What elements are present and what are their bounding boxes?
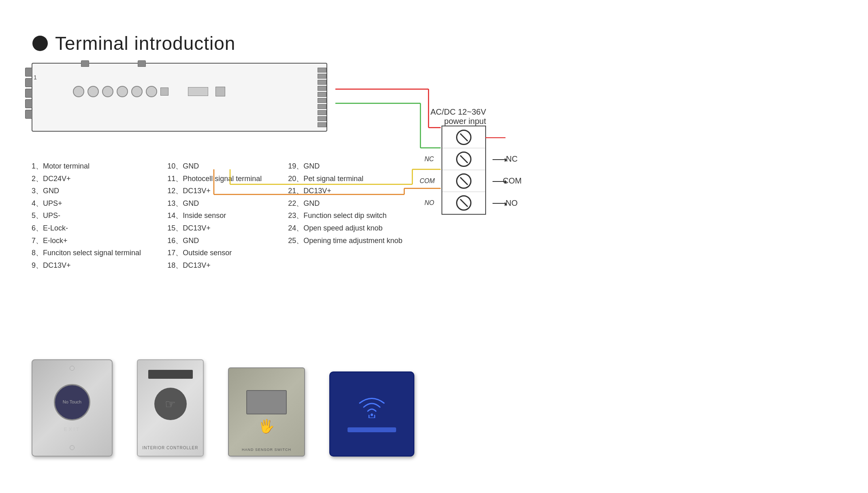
sensor-screen xyxy=(246,390,287,414)
power-supply-block: AC/DC 12~36V power input NC NC xyxy=(441,126,486,215)
interior-controller-device: ☞ INTERIOR CONTROLLER xyxy=(137,359,204,457)
no-line xyxy=(493,203,505,204)
term-8: 8、Funciton select signal terminal xyxy=(32,247,141,259)
no-left-label: NO xyxy=(424,199,434,207)
term-16: 16、GND xyxy=(167,235,262,247)
interior-controller-label: INTERIOR CONTROLLER xyxy=(143,446,198,450)
no-touch-label: No Touch xyxy=(63,399,81,405)
page: Terminal introduction xyxy=(0,0,868,493)
terminal-symbol-4 xyxy=(456,195,471,211)
button-circle[interactable]: No Touch xyxy=(54,384,90,420)
term-15: 15、DC13V+ xyxy=(167,222,262,235)
terminal-symbol-2 xyxy=(456,152,471,167)
page-title: Terminal introduction xyxy=(55,32,235,54)
wiring-diagram xyxy=(32,65,477,219)
top-screw xyxy=(70,366,75,371)
terminal-row-1 xyxy=(442,126,485,148)
term-7: 7、E-lock+ xyxy=(32,235,141,247)
nc-label: NC xyxy=(506,154,518,164)
term-18: 18、DC13V+ xyxy=(167,259,262,272)
exit-label: EXIT xyxy=(64,426,81,432)
no-label: NO xyxy=(505,198,518,208)
rf-card-reader-device xyxy=(329,371,414,457)
title-bullet-icon xyxy=(32,36,48,51)
no-arrow xyxy=(505,202,507,206)
com-arrow xyxy=(505,180,507,184)
acdc-label: AC/DC 12~36V power input xyxy=(431,107,486,126)
svg-point-14 xyxy=(371,414,373,416)
title-section: Terminal introduction xyxy=(32,32,235,54)
devices-row: No Touch EXIT ☞ INTERIOR CONTROLLER 🖐 HA… xyxy=(32,359,414,457)
reader-circle: ☞ xyxy=(154,388,187,420)
com-left-label: COM xyxy=(420,177,435,185)
term-25: 25、Opening time adjustment knob xyxy=(288,235,402,247)
terminal-row-4: NO NO xyxy=(442,192,485,214)
nc-arrow xyxy=(505,158,507,162)
red-wire-conn-1 xyxy=(485,137,505,138)
terminal-block: NC NC COM COM NO NO xyxy=(441,126,486,215)
rf-waves-icon xyxy=(358,396,386,422)
nc-line xyxy=(493,159,505,160)
terminal-symbol-3 xyxy=(456,173,471,189)
acdc-voltage: AC/DC 12~36V xyxy=(431,107,486,116)
terminal-row-2: NC NC xyxy=(442,148,485,170)
term-6: 6、E-Lock- xyxy=(32,222,141,235)
terminal-row-3: COM COM xyxy=(442,170,485,192)
rf-bar xyxy=(348,427,396,432)
acdc-type: power input xyxy=(444,117,486,126)
com-line xyxy=(493,181,505,182)
term-24: 24、Open speed adjust knob xyxy=(288,222,402,235)
terminal-symbol-1 xyxy=(456,130,471,145)
card-slot xyxy=(148,370,193,379)
no-touch-exit-device: No Touch EXIT xyxy=(32,359,113,457)
hand-icon: 🖐 xyxy=(258,418,275,434)
term-17: 17、Outside sensor xyxy=(167,247,262,259)
nc-left-label: NC xyxy=(424,156,434,163)
hand-sensor-label: HAND SENSOR SWITCH xyxy=(242,448,291,452)
bottom-screw xyxy=(70,445,75,450)
hand-sensor-device: 🖐 HAND SENSOR SWITCH xyxy=(228,367,305,457)
term-9: 9、DC13V+ xyxy=(32,259,141,272)
